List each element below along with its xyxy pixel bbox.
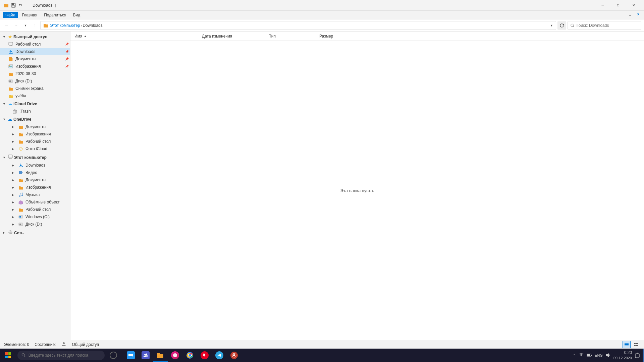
maximize-button[interactable]: □	[610, 0, 626, 11]
taskbar-apps	[123, 349, 241, 362]
col-header-name[interactable]: Имя ▲	[74, 34, 202, 39]
taskbar-app-pinterest[interactable]	[197, 349, 212, 362]
taskbar-search-input[interactable]	[29, 353, 101, 358]
col-header-size[interactable]: Размер	[319, 34, 353, 39]
notification-icon[interactable]	[635, 349, 640, 362]
taskbar-cortana[interactable]	[106, 349, 121, 362]
taskbar-right: ⌃ ENG 0:20 09.12.2020	[573, 349, 644, 362]
pin-icon-documents: 📌	[65, 57, 69, 61]
sidebar-quick-access-header[interactable]: ▼ ★ Быстрый доступ	[0, 33, 70, 41]
refresh-button[interactable]	[557, 21, 566, 30]
sidebar-item-study[interactable]: учёба	[0, 92, 70, 100]
path-root[interactable]: Этот компьютер	[50, 23, 80, 28]
list-view-button[interactable]	[623, 341, 631, 348]
tc-downloads-label: Downloads	[25, 163, 45, 168]
svg-rect-26	[625, 344, 629, 345]
file-content-empty: Эта папка пуста.	[70, 41, 644, 340]
sidebar-item-screenshots[interactable]: Снимки экрана	[0, 85, 70, 92]
taskbar-app-5[interactable]	[168, 349, 182, 362]
search-input[interactable]	[576, 23, 638, 28]
sidebar-item-tc-desktop[interactable]: ▶ Рабочий стол	[0, 206, 70, 213]
taskbar-app-telegram[interactable]	[212, 349, 227, 362]
sidebar-item-documents[interactable]: Документы 📌	[0, 55, 70, 63]
search-box[interactable]	[568, 21, 641, 30]
title-save-icon[interactable]	[10, 2, 17, 9]
sidebar-item-onedrive-photos[interactable]: ▶ Фото iCloud	[0, 145, 70, 153]
menu-home[interactable]: Главная	[19, 12, 40, 18]
sidebar-item-2020[interactable]: 2020-08-30	[0, 70, 70, 77]
title-text: Downloads	[33, 3, 52, 8]
sidebar-item-tc-3dobjects[interactable]: ▶ Объёмные объект	[0, 198, 70, 206]
screenshots-icon	[8, 86, 13, 91]
sidebar-item-tc-music[interactable]: ▶ Музыка	[0, 191, 70, 198]
sidebar-computer-header[interactable]: ▼ Этот компьютер	[0, 153, 70, 162]
od-photos-icon	[18, 146, 23, 152]
od-documents-icon	[18, 124, 23, 129]
title-prefix: |	[55, 3, 56, 7]
od-documents-label: Документы	[25, 124, 46, 129]
sidebar-item-tc-documents[interactable]: ▶ Документы	[0, 176, 70, 184]
sidebar-item-onedrive-documents[interactable]: ▶ Документы	[0, 123, 70, 130]
taskbar-search[interactable]	[17, 351, 105, 360]
expand-ribbon-icon[interactable]: ⌄	[627, 12, 633, 18]
icloud-label: iCloud Drive	[13, 102, 37, 106]
title-undo-icon[interactable]	[17, 2, 24, 9]
onedrive-label: OneDrive	[13, 117, 31, 122]
clock[interactable]: 0:20 09.12.2020	[613, 350, 632, 361]
search-icon	[571, 23, 574, 27]
sidebar-item-onedrive-images[interactable]: ▶ Изображения	[0, 130, 70, 138]
start-button[interactable]	[0, 349, 16, 362]
details-view-button[interactable]	[632, 341, 640, 348]
folder-2020-icon	[8, 71, 13, 76]
sidebar-item-tc-images[interactable]: ▶ Изображения	[0, 184, 70, 191]
up-button[interactable]: ↑	[31, 21, 39, 29]
sidebar-item-images[interactable]: Изображения 📌	[0, 63, 70, 70]
col-header-date[interactable]: Дата изменения	[202, 34, 269, 39]
tc-3dobjects-label: Объёмные объект	[25, 200, 60, 204]
address-bar: ← → ▼ ↑ Этот компьютер › Downloads ▼	[0, 19, 644, 32]
taskbar-app-zoom[interactable]	[123, 349, 138, 362]
menu-share[interactable]: Поделиться	[41, 12, 69, 18]
lang-label: ENG	[595, 353, 603, 357]
taskbar-app-teams[interactable]	[138, 349, 153, 362]
title-separator	[27, 3, 27, 8]
quick-access-label: Быстрый доступ	[13, 35, 47, 39]
address-dropdown-arrow[interactable]: ▼	[550, 24, 553, 27]
sidebar-section-network: ▶ Сеть	[0, 229, 70, 237]
sidebar-onedrive-header[interactable]: ▼ ☁ OneDrive	[0, 116, 70, 123]
sidebar-item-downloads[interactable]: Downloads 📌	[0, 48, 70, 55]
sidebar-item-tc-windows-c[interactable]: ▶ Windows (C:)	[0, 213, 70, 221]
forward-button[interactable]: →	[12, 21, 20, 29]
nav-dropdown-button[interactable]: ▼	[21, 21, 30, 29]
menu-file[interactable]: Файл	[3, 12, 18, 18]
sidebar-item-onedrive-desktop[interactable]: ▶ Рабочий стол	[0, 138, 70, 145]
sidebar-item-tc-downloads[interactable]: ▶ Downloads	[0, 162, 70, 169]
tc-documents-label: Документы	[25, 178, 46, 182]
help-icon[interactable]: ?	[635, 12, 641, 18]
svg-rect-25	[625, 343, 629, 344]
sidebar-network-header[interactable]: ▶ Сеть	[0, 229, 70, 237]
back-button[interactable]: ←	[3, 21, 11, 29]
taskbar-edge-indicator	[643, 349, 644, 362]
close-button[interactable]: ✕	[626, 0, 641, 11]
documents-icon	[8, 56, 13, 62]
svg-rect-52	[635, 354, 639, 358]
minimize-button[interactable]: ─	[595, 0, 610, 11]
tray-expand-icon[interactable]: ⌃	[573, 353, 576, 358]
sidebar-item-trash[interactable]: .Trash	[0, 108, 70, 115]
col-header-type[interactable]: Тип	[269, 34, 319, 39]
sidebar-item-desktop[interactable]: Рабочий стол 📌	[0, 41, 70, 48]
od-images-label: Изображения	[25, 132, 51, 136]
folder-2020-label: 2020-08-30	[15, 71, 36, 76]
taskbar-app-chrome[interactable]	[182, 349, 197, 362]
sidebar-item-disk-d-quick[interactable]: Диск (D:)	[0, 77, 70, 85]
sidebar-icloud-header[interactable]: ▼ ☁ iCloud Drive	[0, 100, 70, 108]
taskbar-app-explorer[interactable]	[153, 349, 168, 362]
svg-point-45	[189, 354, 191, 357]
taskbar-app-9[interactable]	[227, 349, 241, 362]
sidebar-item-tc-disk-d[interactable]: ▶ Диск (D:)	[0, 221, 70, 228]
documents-label: Документы	[15, 57, 36, 61]
menu-view[interactable]: Вид	[70, 12, 83, 18]
sidebar-item-tc-video[interactable]: ▶ Видео	[0, 169, 70, 176]
address-path-container[interactable]: Этот компьютер › Downloads ▼	[40, 21, 556, 30]
